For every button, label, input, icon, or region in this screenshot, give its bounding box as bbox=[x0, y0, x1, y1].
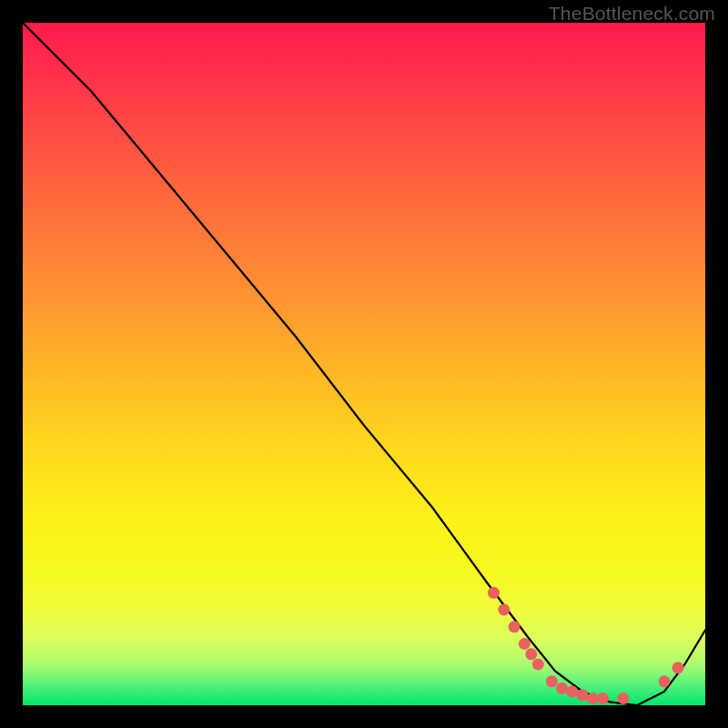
plot-area bbox=[23, 23, 705, 705]
data-point bbox=[556, 682, 568, 694]
data-point bbox=[532, 659, 544, 671]
data-point bbox=[498, 604, 510, 616]
chart-svg bbox=[23, 23, 705, 705]
data-point bbox=[659, 675, 671, 687]
attribution-label: TheBottleneck.com bbox=[549, 3, 715, 25]
data-point bbox=[577, 689, 589, 701]
data-point bbox=[566, 686, 578, 698]
data-point-markers bbox=[488, 587, 684, 704]
data-point bbox=[525, 648, 537, 660]
data-point bbox=[546, 675, 558, 687]
data-point bbox=[587, 693, 599, 704]
data-point bbox=[519, 638, 531, 650]
data-point bbox=[597, 693, 609, 704]
data-point bbox=[488, 587, 500, 599]
data-point bbox=[618, 693, 630, 704]
chart-frame: TheBottleneck.com bbox=[0, 0, 728, 728]
data-point bbox=[672, 662, 684, 673]
bottleneck-curve bbox=[23, 23, 705, 705]
data-point bbox=[509, 621, 521, 632]
